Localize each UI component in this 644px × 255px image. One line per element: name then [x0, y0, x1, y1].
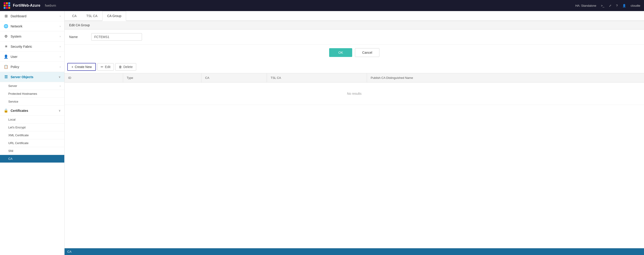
create-new-label: Create New: [75, 65, 92, 69]
create-new-button[interactable]: + Create New: [67, 63, 96, 71]
brand-name: FortiWeb-Azure: [13, 4, 40, 8]
topbar: FortiWeb-Azure fwebvm HA: Standalone >_ …: [0, 0, 644, 11]
sidebar-label-network: Network: [10, 24, 22, 28]
sidebar-item-policy[interactable]: 📋 Policy ›: [0, 62, 64, 72]
main-content: CA TSL CA CA Group Edit CA Group Name OK…: [64, 11, 644, 255]
sidebar-sub-item-server[interactable]: Server ›: [8, 82, 64, 90]
sidebar-sub-item-url-certificate[interactable]: URL Certificate: [8, 139, 64, 147]
terminal-icon[interactable]: >_: [601, 4, 604, 8]
edit-label: Edit: [105, 65, 110, 69]
sidebar-item-network[interactable]: 🌐 Network ›: [0, 21, 64, 31]
username: cloudte: [631, 4, 640, 8]
tab-ca-group[interactable]: CA Group: [102, 11, 126, 21]
sidebar-certificates-header[interactable]: 🔒 Certificates ∨: [0, 106, 64, 116]
table-area: ID Type CA TSL CA Publish CA Distinguish…: [64, 73, 644, 248]
plus-icon: +: [72, 65, 73, 69]
col-publish-ca-dn: Publish CA Distinguished Name: [367, 73, 644, 82]
sidebar-sub-item-service[interactable]: Service: [8, 98, 64, 106]
sidebar: ⊞ Dashboard › 🌐 Network › ⚙ System › ✳ S…: [0, 11, 64, 255]
sidebar-item-server-objects[interactable]: ☰ Server Objects ∨: [0, 72, 64, 82]
delete-label: Delete: [123, 65, 132, 69]
sidebar-sub-item-sni[interactable]: SNI: [8, 147, 64, 155]
ca-group-table: ID Type CA TSL CA Publish CA Distinguish…: [64, 73, 644, 105]
topbar-right: HA: Standalone >_ ⤢ ? 👤 cloudte: [575, 4, 640, 8]
user-icon: 👤: [4, 54, 8, 59]
server-objects-icon: ☰: [4, 75, 8, 79]
sidebar-label-policy: Policy: [10, 65, 19, 69]
chevron-down-icon: ∨: [58, 76, 60, 78]
sidebar-label-certificates: Certificates: [10, 109, 28, 112]
no-results-cell: No results: [64, 82, 644, 105]
logo-icon: [4, 2, 10, 9]
col-type: Type: [123, 73, 201, 82]
expand-icon[interactable]: ⤢: [609, 4, 612, 8]
security-fabric-icon: ✳: [4, 44, 8, 49]
name-input[interactable]: [91, 33, 142, 40]
col-tsl-ca: TSL CA: [267, 73, 367, 82]
form-header: Edit CA Group: [64, 21, 644, 30]
chevron-icon: ›: [60, 35, 60, 38]
server-objects-submenu: Server › Protected Hostnames Service: [0, 82, 64, 106]
help-icon[interactable]: ?: [616, 4, 618, 8]
tab-bar: CA TSL CA CA Group: [64, 11, 644, 21]
col-ca: CA: [202, 73, 267, 82]
chevron-down-icon: ∨: [58, 109, 60, 112]
form-name-row: Name: [64, 30, 644, 44]
sidebar-label-dashboard: Dashboard: [10, 14, 26, 18]
chevron-icon: ›: [60, 84, 60, 88]
chevron-icon: ›: [60, 55, 60, 58]
chevron-icon: ›: [60, 45, 60, 48]
cancel-button[interactable]: Cancel: [355, 48, 380, 57]
user-avatar[interactable]: 👤: [622, 4, 626, 8]
logo-area: FortiWeb-Azure fwebvm: [4, 2, 56, 9]
sidebar-label-server-objects: Server Objects: [10, 75, 34, 79]
system-icon: ⚙: [4, 34, 8, 38]
policy-icon: 📋: [4, 64, 8, 69]
bottom-ca-bar: CA: [64, 248, 644, 255]
tab-ca[interactable]: CA: [67, 11, 81, 21]
col-id: ID: [64, 73, 123, 82]
sidebar-sub-item-ca[interactable]: CA: [0, 155, 64, 163]
delete-button[interactable]: 🗑 Delete: [115, 63, 136, 70]
sidebar-item-dashboard[interactable]: ⊞ Dashboard ›: [0, 11, 64, 21]
sidebar-sub-item-lets-encrypt[interactable]: Let's Encrypt: [8, 124, 64, 132]
sidebar-label-security-fabric: Security Fabric: [10, 45, 32, 48]
certificates-submenu: Local Let's Encrypt XML Certificate URL …: [0, 116, 64, 163]
sidebar-label-system: System: [10, 34, 22, 38]
edit-icon: ✏: [101, 65, 104, 69]
chevron-icon: ›: [60, 65, 60, 68]
sidebar-sub-item-xml-certificate[interactable]: XML Certificate: [8, 132, 64, 139]
sidebar-item-security-fabric[interactable]: ✳ Security Fabric ›: [0, 42, 64, 52]
no-results-row: No results: [64, 82, 644, 105]
ha-label: HA: Standalone: [575, 4, 596, 8]
certificates-icon: 🔒: [4, 108, 8, 113]
sidebar-sub-item-protected-hostnames[interactable]: Protected Hostnames: [8, 90, 64, 98]
bottom-ca-label: CA: [67, 250, 72, 254]
tab-tsl-ca[interactable]: TSL CA: [81, 11, 102, 21]
edit-form: Edit CA Group Name OK Cancel: [64, 21, 644, 61]
table-header-row: ID Type CA TSL CA Publish CA Distinguish…: [64, 73, 644, 82]
chevron-icon: ›: [60, 14, 60, 18]
network-icon: 🌐: [4, 24, 8, 28]
trash-icon: 🗑: [119, 65, 122, 69]
chevron-icon: ›: [60, 25, 60, 28]
sidebar-item-user[interactable]: 👤 User ›: [0, 52, 64, 62]
name-label: Name: [69, 35, 88, 39]
form-buttons: OK Cancel: [64, 44, 644, 61]
ok-button[interactable]: OK: [329, 48, 352, 57]
dashboard-icon: ⊞: [4, 14, 8, 18]
host-name: fwebvm: [45, 4, 56, 8]
edit-button[interactable]: ✏ Edit: [97, 63, 114, 70]
sidebar-label-user: User: [10, 55, 18, 58]
sidebar-sub-item-local[interactable]: Local: [8, 116, 64, 124]
sidebar-item-system[interactable]: ⚙ System ›: [0, 31, 64, 42]
table-toolbar: + Create New ✏ Edit 🗑 Delete: [64, 61, 644, 73]
